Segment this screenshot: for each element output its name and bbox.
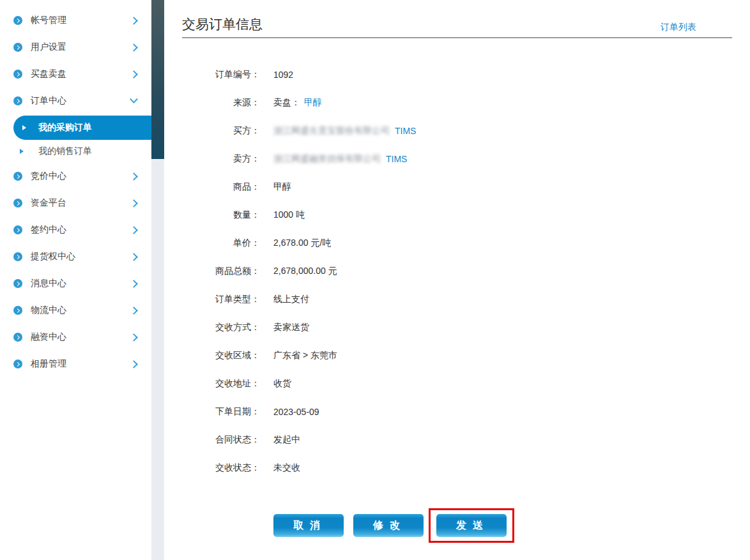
cancel-button[interactable]: 取消 (273, 514, 344, 537)
chevron-right-icon (130, 199, 138, 208)
sidebar-subitem-label: 我的销售订单 (38, 146, 92, 157)
sidebar-item-contract-center[interactable]: 签约中心 (0, 216, 151, 243)
sidebar-item-label: 物流中心 (31, 305, 131, 316)
sidebar-item-label: 资金平台 (31, 197, 131, 209)
circle-arrow-icon (13, 43, 22, 52)
sidebar-item-funds-platform[interactable]: 资金平台 (0, 190, 151, 216)
field-value: 2,678.00 元/吨 (273, 238, 331, 249)
order-detail-panel: 交易订单信息 订单列表 订单编号： 1092 来源： 卖盘： 甲醇 买方： 浙江… (164, 0, 750, 560)
circle-arrow-icon (13, 359, 22, 368)
chevron-right-icon (130, 172, 138, 181)
field-label: 订单编号： (182, 69, 260, 80)
sidebar-item-label: 竞价中心 (31, 170, 131, 182)
field-quantity: 数量： 1000 吨 (182, 201, 750, 229)
field-value: 甲醇 (273, 181, 291, 193)
field-seller: 卖方： 浙江网盛融资担保有限公司 TIMS (182, 145, 750, 173)
field-total-amount: 商品总额： 2,678,000.00 元 (182, 257, 750, 285)
field-value: 浙江网盛融资担保有限公司 TIMS (273, 153, 407, 165)
chevron-right-icon (130, 280, 138, 288)
field-label: 订单类型： (182, 294, 260, 305)
circle-arrow-icon (13, 252, 22, 261)
field-value: 未交收 (273, 462, 300, 474)
triangle-right-icon (20, 149, 24, 154)
sidebar-item-label: 相册管理 (31, 358, 131, 370)
sidebar-item-label: 签约中心 (31, 224, 131, 236)
field-value: 收货 (273, 378, 291, 390)
sidebar-item-album-management[interactable]: 相册管理 (0, 351, 151, 377)
circle-arrow-icon (13, 199, 22, 208)
send-button[interactable]: 发送 (436, 514, 507, 537)
chevron-right-icon (130, 360, 138, 368)
circle-arrow-icon (13, 96, 22, 105)
red-highlight-box: 发送 (429, 508, 514, 543)
sidebar-subitem-label: 我的采购订单 (38, 122, 92, 133)
chevron-down-icon (130, 95, 138, 103)
sidebar-item-label: 用户设置 (31, 42, 131, 53)
strip-light-segment (151, 159, 164, 560)
sidebar-item-order-center[interactable]: 订单中心 (0, 87, 151, 114)
field-label: 卖方： (182, 153, 260, 165)
sidebar-item-label: 消息中心 (31, 278, 131, 289)
modify-button[interactable]: 修改 (353, 514, 424, 537)
field-value: 1092 (273, 70, 293, 80)
buyer-company-redacted: 浙江网盛生意宝股份有限公司 (273, 125, 390, 137)
sidebar-item-user-settings[interactable]: 用户设置 (0, 34, 151, 61)
field-label: 商品： (182, 181, 260, 193)
background-image-strip (151, 0, 164, 560)
field-label: 单价： (182, 238, 260, 249)
field-value: 广东省 > 东莞市 (273, 350, 337, 361)
field-label: 买方： (182, 125, 260, 137)
field-label: 交收区域： (182, 350, 260, 361)
source-prefix: 卖盘： (273, 97, 300, 109)
chevron-right-icon (130, 17, 138, 25)
triangle-right-icon (22, 125, 26, 130)
page-title: 交易订单信息 (182, 15, 263, 33)
field-order-no: 订单编号： 1092 (182, 61, 750, 89)
product-link[interactable]: 甲醇 (304, 97, 322, 109)
field-label: 合同状态： (182, 434, 260, 446)
sidebar-item-label: 融资中心 (31, 331, 131, 343)
field-label: 交收状态： (182, 462, 260, 474)
chevron-right-icon (130, 43, 138, 52)
strip-dark-segment (151, 0, 164, 159)
sidebar-item-buy-sell-board[interactable]: 买盘卖盘 (0, 61, 151, 87)
field-order-type: 订单类型： 线上支付 (182, 285, 750, 314)
sidebar-item-label: 买盘卖盘 (31, 68, 131, 80)
sidebar-subitem-my-purchase-orders[interactable]: 我的采购订单 (13, 116, 151, 140)
circle-arrow-icon (13, 70, 22, 79)
field-value: 2,678,000.00 元 (273, 266, 337, 277)
field-label: 商品总额： (182, 266, 260, 277)
circle-arrow-icon (13, 225, 22, 234)
order-list-link[interactable]: 订单列表 (661, 22, 696, 33)
field-order-date: 下单日期： 2023-05-09 (182, 398, 750, 426)
sidebar-item-pickup-rights-center[interactable]: 提货权中心 (0, 243, 151, 270)
field-buyer: 买方： 浙江网盛生意宝股份有限公司 TIMS (182, 117, 750, 145)
sidebar-item-account-management[interactable]: 帐号管理 (0, 7, 151, 34)
sidebar-item-logistics-center[interactable]: 物流中心 (0, 297, 151, 324)
order-fields: 订单编号： 1092 来源： 卖盘： 甲醇 买方： 浙江网盛生意宝股份有限公司 … (182, 61, 750, 482)
chevron-right-icon (130, 226, 138, 234)
sidebar-item-bidding-center[interactable]: 竞价中心 (0, 163, 151, 190)
circle-arrow-icon (13, 333, 22, 342)
chevron-right-icon (130, 306, 138, 315)
circle-arrow-icon (13, 279, 22, 288)
circle-arrow-icon (13, 306, 22, 315)
sidebar-item-message-center[interactable]: 消息中心 (0, 270, 151, 297)
field-delivery-status: 交收状态： 未交收 (182, 454, 750, 482)
field-source: 来源： 卖盘： 甲醇 (182, 89, 750, 117)
field-value: 卖盘： 甲醇 (273, 97, 322, 109)
field-delivery-region: 交收区域： 广东省 > 东莞市 (182, 342, 750, 370)
seller-tims-link[interactable]: TIMS (386, 154, 407, 164)
field-label: 数量： (182, 209, 260, 221)
field-contract-status: 合同状态： 发起中 (182, 426, 750, 454)
sidebar-item-financing-center[interactable]: 融资中心 (0, 324, 151, 351)
field-label: 交收方式： (182, 322, 260, 333)
seller-company-redacted: 浙江网盛融资担保有限公司 (273, 153, 381, 165)
sidebar-subitem-my-sales-orders[interactable]: 我的销售订单 (0, 140, 151, 163)
field-delivery-address: 交收地址： 收货 (182, 370, 750, 398)
circle-arrow-icon (13, 16, 22, 25)
sidebar-item-label: 提货权中心 (31, 251, 131, 262)
field-label: 下单日期： (182, 406, 260, 418)
sidebar-item-label: 帐号管理 (31, 15, 131, 26)
buyer-tims-link[interactable]: TIMS (395, 126, 416, 136)
